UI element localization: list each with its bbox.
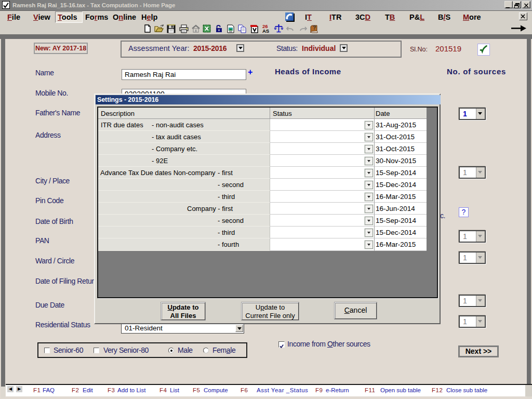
- svg-text:?: ?: [313, 25, 316, 31]
